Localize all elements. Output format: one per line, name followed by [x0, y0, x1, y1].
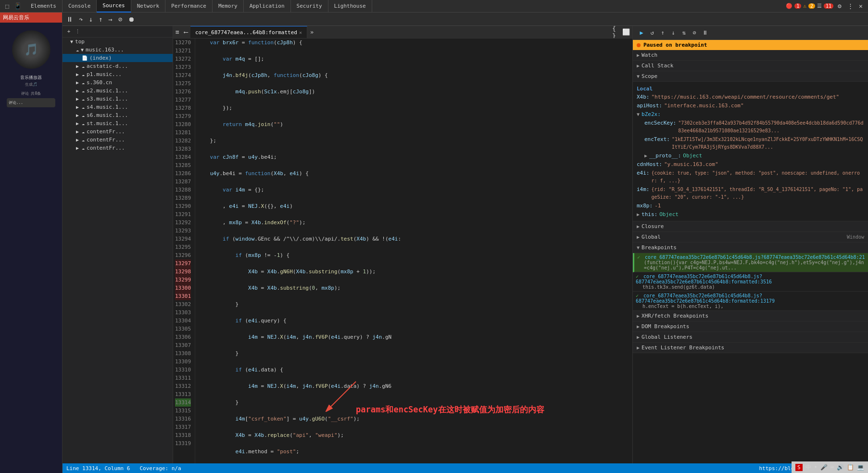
step-into-btn[interactable]: ↓ [87, 14, 94, 24]
editor-tabs: ≡ ⟵ core_687747eaea...64b8:formatted ✕ »… [173, 26, 632, 38]
event-listeners-section-header[interactable]: ▶ Event Listener Breakpoints [633, 343, 868, 353]
settings-icon[interactable]: ⚙ [835, 2, 844, 11]
global-arrow: ▶ [637, 234, 640, 240]
breakpoints-section-header[interactable]: ▼ Breakpoints [633, 243, 868, 253]
closure-section-header[interactable]: ▶ Closure [633, 221, 868, 232]
tree-item-top[interactable]: ▼ top [63, 38, 173, 46]
close-icon[interactable]: ✕ [856, 2, 865, 11]
scope-section-header[interactable]: ▼ Scope [633, 71, 868, 82]
editor-tab-label: core_687747eaea...64b8:formatted [195, 29, 297, 36]
file-tree-toolbar: + ⋮ [63, 26, 173, 38]
breakpoint-code-3: h.encText = b(h.encText, i), [636, 304, 865, 309]
closure-label: Closure [642, 223, 664, 230]
deactivate-btn[interactable]: ⊘ [690, 28, 699, 38]
status-bar: Line 13314, Column 6 Coverage: n/a https… [63, 463, 868, 473]
step-down-btn[interactable]: ↓ [668, 28, 678, 38]
closure-arrow: ▶ [637, 224, 640, 229]
tab-navigate-left[interactable]: ⟵ [182, 28, 190, 37]
code-area[interactable]: 13270 13271 13272 13273 13274 13275 1327… [173, 38, 632, 463]
refresh-btn[interactable]: ↺ [647, 28, 657, 38]
scope-bze2x: ▼ bZe2x: [637, 110, 864, 119]
tree-label-stmusic: st.music.1... [87, 120, 128, 127]
tab-security[interactable]: Security [291, 0, 328, 13]
watch-section-header[interactable]: ▶ Watch [633, 50, 868, 61]
code-editor: ≡ ⟵ core_687747eaea...64b8:formatted ✕ »… [173, 26, 632, 463]
split-editor-icon[interactable]: ⬜ [622, 28, 630, 37]
taskbar-keyboard: ⌨ [830, 464, 834, 471]
tab-elements[interactable]: Elements [25, 0, 63, 13]
tab-memory[interactable]: Memory [213, 0, 244, 13]
debugger-sections: ▶ Watch ▶ Call Stack ▼ Scope Local [633, 50, 868, 463]
tree-item-s360[interactable]: ▶ ☁ s.360.cn [63, 78, 173, 87]
global-section-header[interactable]: ▶ Global Window [633, 232, 868, 243]
paused-dot [637, 43, 641, 47]
global-listeners-section-header[interactable]: ▶ Global Listeners [633, 332, 868, 343]
play-btn[interactable]: ▶ [637, 28, 646, 38]
tree-item-stmusic[interactable]: ▶ ☁ st.music.1... [63, 119, 173, 128]
tree-item-contentfr3[interactable]: ▶ ☁ contentFr... [63, 144, 173, 152]
devtools-area: ⏸ ↷ ↓ ↑ → ⊘ ⏺ + ⋮ ▼ top ☁ [63, 13, 868, 473]
tree-item-p1music[interactable]: ▶ ☁ p1.music... [63, 70, 173, 78]
tree-item-contentfr1[interactable]: ▶ ☁ contentFr... [63, 128, 173, 136]
tree-item-s2music[interactable]: ▶ ☁ s2.music.1... [63, 87, 173, 95]
scope-enctext: encText: "1kEJT15Tw]/3m3Ex32102kLNcqe1ny… [644, 135, 864, 152]
pause-resume-btn[interactable]: ⏸ [64, 14, 75, 24]
callstack-section-header[interactable]: ▶ Call Stack [633, 61, 868, 71]
tab-application[interactable]: Application [244, 0, 291, 13]
pause-exceptions-btn[interactable]: ⏺ [126, 14, 137, 24]
xhr-label: XHR/fetch Breakpoints [642, 313, 708, 319]
tree-item-acstatic[interactable]: ▶ ☁ acstatic-d... [63, 62, 173, 70]
tab-sources[interactable]: Sources [97, 0, 131, 13]
taskbar-monitor: 💻 [857, 464, 864, 471]
sources-panel: + ⋮ ▼ top ☁ ▼ music.163... 📄 (index) [63, 26, 868, 463]
format-icon[interactable]: { } [612, 28, 621, 37]
tab-icons-left: ⬚ 📱 [0, 2, 25, 11]
tree-item-music163[interactable]: ☁ ▼ music.163... [63, 46, 173, 54]
tree-label-s360: s.360.cn [87, 79, 112, 86]
deactivate-breakpoints-btn[interactable]: ⊘ [116, 14, 124, 24]
step-both-btn[interactable]: ⇅ [679, 28, 689, 38]
breakpoints-label: Breakpoints [642, 244, 677, 251]
top-right-icons: 🔴 1 ⚠ 2 ☰ 11 ⚙ ⋮ ✕ [786, 2, 868, 11]
device-icon[interactable]: 📱 [13, 2, 22, 11]
file-tree-more-icon[interactable]: ⋮ [73, 27, 82, 36]
tree-item-s6music[interactable]: ▶ ☁ s6.music.1... [63, 111, 173, 119]
step-up-btn[interactable]: ↑ [658, 28, 667, 38]
step-btn[interactable]: → [106, 14, 114, 24]
main-layout: 网易云音乐 🎵 音乐播放器 生成🎵 评论 共0条 评论... ⏸ ↷ ↓ ↑ →… [0, 13, 868, 473]
step-out-btn[interactable]: ↑ [97, 14, 104, 24]
tree-item-contentfr2[interactable]: ▶ ☁ contentFr... [63, 136, 173, 144]
xhr-arrow: ▶ [637, 313, 640, 319]
event-listeners-label: Event Listener Breakpoints [642, 345, 724, 351]
debugger-panel: ▶ ↺ ↑ ↓ ⇅ ⊘ ⏸ Paused on breakpoint ▶ [632, 26, 868, 463]
tab-console[interactable]: Console [63, 0, 97, 13]
scope-cdnhost: cdnHost: "y.music.163.com" [637, 160, 864, 169]
tab-list-toggle[interactable]: ≡ [173, 28, 182, 37]
tree-item-s3music[interactable]: ▶ ☁ s3.music.1... [63, 95, 173, 103]
watch-arrow: ▶ [637, 52, 640, 58]
editor-tab-more[interactable]: » [307, 29, 316, 36]
step-over-btn[interactable]: ↷ [77, 14, 85, 24]
tree-item-index[interactable]: 📄 (index) [63, 54, 173, 62]
tab-network[interactable]: Network [131, 0, 165, 13]
scope-label: Scope [642, 73, 657, 79]
more-icon[interactable]: ⋮ [846, 2, 855, 11]
pause-all-btn[interactable]: ⏸ [700, 28, 710, 38]
tab-performance[interactable]: Performance [165, 0, 213, 13]
active-editor-tab[interactable]: core_687747eaea...64b8:formatted ✕ [190, 26, 307, 38]
tree-item-s4music[interactable]: ▶ ☁ s4.music.1... [63, 103, 173, 111]
taskbar-copy1: 📋 [847, 464, 854, 471]
global-listeners-arrow: ▶ [637, 334, 640, 340]
global-label: Global [642, 234, 661, 240]
tab-lighthouse[interactable]: Lighthouse [328, 0, 372, 13]
cloud-icon7: ▶ ☁ [76, 104, 85, 110]
taskbar-right: S 中 • 🎤 ⌨ 🔊 📋 💻 [792, 461, 868, 473]
code-content[interactable]: var brx6r = function(cJp8h) { var m4q = … [195, 38, 632, 463]
browser-header: 网易云音乐 [0, 13, 62, 23]
dom-section-header[interactable]: ▶ DOM Breakpoints [633, 321, 868, 332]
tree-label-top: top [75, 38, 85, 45]
add-folder-icon[interactable]: + [64, 27, 73, 36]
inspect-icon[interactable]: ⬚ [3, 2, 12, 11]
tab-close-icon[interactable]: ✕ [299, 30, 302, 35]
xhr-section-header[interactable]: ▶ XHR/fetch Breakpoints [633, 311, 868, 321]
